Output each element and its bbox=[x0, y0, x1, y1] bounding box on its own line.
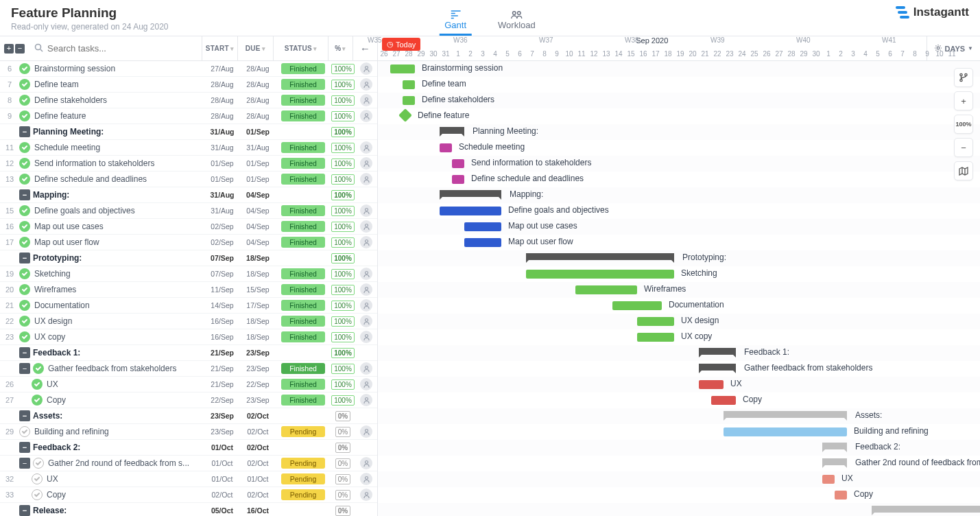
milestone-marker[interactable] bbox=[398, 108, 412, 122]
task-row[interactable]: 23UX copy16/Sep18/SepFinished100% bbox=[0, 329, 377, 345]
complete-toggle[interactable] bbox=[19, 95, 30, 106]
assignee-cell[interactable] bbox=[355, 110, 377, 122]
complete-toggle[interactable] bbox=[32, 489, 43, 500]
section-bar[interactable] bbox=[872, 506, 980, 513]
task-bar[interactable] bbox=[464, 222, 501, 231]
task-bar[interactable] bbox=[637, 317, 674, 326]
section-bar[interactable] bbox=[440, 190, 501, 197]
task-bar[interactable] bbox=[699, 380, 724, 389]
complete-toggle[interactable] bbox=[19, 284, 30, 295]
task-row[interactable]: 20Wireframes11/Sep15/SepFinished100% bbox=[0, 282, 377, 298]
section-row[interactable]: −Prototyping:07/Sep18/Sep100% bbox=[0, 250, 377, 266]
assignee-cell[interactable] bbox=[355, 283, 377, 296]
assignee-cell[interactable] bbox=[355, 489, 377, 501]
assignee-cell[interactable] bbox=[355, 315, 377, 327]
complete-toggle[interactable] bbox=[19, 63, 30, 74]
section-row[interactable]: −Assets:23/Sep02/Oct0% bbox=[0, 408, 377, 424]
branch-button[interactable] bbox=[954, 68, 973, 87]
collapse-toggle[interactable]: − bbox=[19, 363, 30, 374]
assignee-cell[interactable] bbox=[355, 236, 377, 248]
section-bar[interactable] bbox=[822, 443, 847, 449]
collapse-toggle[interactable]: − bbox=[19, 458, 30, 469]
assignee-cell[interactable] bbox=[355, 141, 377, 154]
zoom-in-button[interactable]: + bbox=[954, 91, 973, 110]
task-bar[interactable] bbox=[637, 333, 674, 342]
collapse-toggle[interactable]: − bbox=[19, 505, 30, 516]
task-bar[interactable] bbox=[822, 475, 835, 484]
assignee-cell[interactable] bbox=[355, 157, 377, 169]
task-bar[interactable] bbox=[612, 301, 662, 310]
task-bar[interactable] bbox=[835, 491, 847, 500]
task-row[interactable]: 21Documentation14/Sep17/SepFinished100% bbox=[0, 298, 377, 314]
assignee-cell[interactable] bbox=[355, 378, 377, 390]
assignee-cell[interactable] bbox=[355, 220, 377, 233]
collapse-toggle[interactable]: − bbox=[19, 347, 30, 358]
complete-toggle[interactable] bbox=[32, 379, 43, 390]
task-bar[interactable] bbox=[711, 396, 736, 405]
task-bar[interactable] bbox=[390, 64, 415, 73]
collapse-toggle[interactable]: − bbox=[19, 253, 30, 263]
task-row[interactable]: 29Building and refining23/Sep02/OctPendi… bbox=[0, 424, 377, 440]
col-header-due[interactable]: DUE▾ bbox=[237, 36, 273, 60]
task-row[interactable]: 19Sketching07/Sep18/SepFinished100% bbox=[0, 266, 377, 282]
section-bar[interactable] bbox=[440, 127, 464, 134]
task-row[interactable]: 6Brainstorming session27/Aug28/AugFinish… bbox=[0, 61, 377, 77]
complete-toggle[interactable] bbox=[19, 237, 30, 248]
assignee-cell[interactable] bbox=[355, 473, 377, 485]
tab-gantt[interactable]: Gantt bbox=[439, 6, 472, 36]
assignee-cell[interactable] bbox=[355, 268, 377, 280]
zoom-out-button[interactable]: − bbox=[954, 138, 973, 157]
complete-toggle[interactable] bbox=[19, 268, 30, 279]
assignee-cell[interactable] bbox=[355, 173, 377, 185]
collapse-all-button[interactable]: − bbox=[15, 44, 25, 54]
task-row[interactable]: 33Copy02/Oct02/OctPending0% bbox=[0, 487, 377, 503]
collapse-toggle[interactable]: − bbox=[19, 410, 30, 421]
task-list[interactable]: 6Brainstorming session27/Aug28/AugFinish… bbox=[0, 61, 378, 516]
assignee-cell[interactable] bbox=[355, 204, 377, 217]
complete-toggle[interactable] bbox=[19, 174, 30, 185]
complete-toggle[interactable] bbox=[19, 142, 30, 153]
expand-all-button[interactable]: + bbox=[4, 44, 14, 54]
complete-toggle[interactable] bbox=[19, 158, 30, 169]
task-bar[interactable] bbox=[440, 207, 501, 215]
assignee-cell[interactable] bbox=[355, 78, 377, 91]
today-button[interactable]: ◷Today bbox=[382, 38, 420, 51]
assignee-cell[interactable] bbox=[355, 94, 377, 106]
task-row[interactable]: 13Define schedule and deadlines01/Sep01/… bbox=[0, 172, 377, 187]
col-header-status[interactable]: STATUS▾ bbox=[273, 36, 328, 60]
complete-toggle[interactable] bbox=[19, 426, 30, 437]
complete-toggle[interactable] bbox=[19, 205, 30, 216]
collapse-toggle[interactable]: − bbox=[19, 189, 30, 200]
section-row[interactable]: −Feedback 2:01/Oct02/Oct0% bbox=[0, 440, 377, 456]
task-row[interactable]: 8Define stakeholders28/Aug28/AugFinished… bbox=[0, 93, 377, 108]
section-bar[interactable] bbox=[526, 253, 674, 260]
task-row[interactable]: 9Define feature28/Aug28/AugFinished100% bbox=[0, 108, 377, 124]
task-bar[interactable] bbox=[526, 270, 674, 279]
assignee-cell[interactable] bbox=[355, 457, 377, 469]
task-bar[interactable] bbox=[403, 80, 415, 89]
complete-toggle[interactable] bbox=[33, 363, 44, 374]
section-bar[interactable] bbox=[699, 364, 736, 371]
task-bar[interactable] bbox=[452, 175, 464, 184]
task-row[interactable]: 16Map out use cases02/Sep04/SepFinished1… bbox=[0, 219, 377, 235]
task-row[interactable]: 12Send information to stakeholders01/Sep… bbox=[0, 156, 377, 172]
section-row[interactable]: −Release:05/Oct16/Oct0% bbox=[0, 503, 377, 516]
complete-toggle[interactable] bbox=[19, 79, 30, 90]
section-bar[interactable] bbox=[699, 348, 736, 355]
gantt-chart[interactable]: Brainstorming sessionDefine teamDefine s… bbox=[378, 61, 980, 516]
section-row[interactable]: −Feedback 1:21/Sep23/Sep100% bbox=[0, 345, 377, 361]
task-bar[interactable] bbox=[403, 96, 415, 105]
task-row[interactable]: 7Define team28/Aug28/AugFinished100% bbox=[0, 77, 377, 93]
complete-toggle[interactable] bbox=[33, 458, 44, 469]
task-bar[interactable] bbox=[464, 238, 501, 247]
brand-logo[interactable]: Instagantt bbox=[896, 5, 969, 19]
section-row[interactable]: −Planning Meeting:31/Aug01/Sep100% bbox=[0, 124, 377, 140]
complete-toggle[interactable] bbox=[32, 395, 43, 406]
task-row[interactable]: 32UX01/Oct01/OctPending0% bbox=[0, 471, 377, 487]
section-bar[interactable] bbox=[822, 458, 847, 465]
task-row[interactable]: 17Map out user flow02/Sep04/SepFinished1… bbox=[0, 235, 377, 250]
assignee-cell[interactable] bbox=[355, 331, 377, 343]
task-bar[interactable] bbox=[452, 159, 464, 168]
complete-toggle[interactable] bbox=[19, 316, 30, 327]
task-row[interactable]: 15Define goals and objectives31/Aug04/Se… bbox=[0, 203, 377, 219]
